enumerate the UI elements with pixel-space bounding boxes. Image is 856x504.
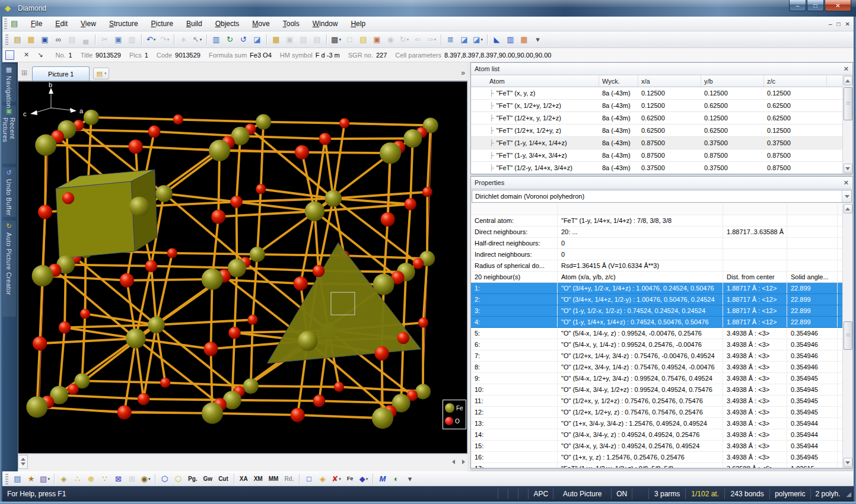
property-row[interactable]: Direct neighbours:20: ...1.88717..3.6358…: [471, 227, 842, 238]
orientation-icon[interactable]: ◈: [316, 473, 329, 486]
scroll-up-button[interactable]: [844, 204, 852, 213]
select-arrow-icon[interactable]: ↖▾: [191, 33, 203, 46]
destroy-icon[interactable]: ✘▾: [330, 473, 342, 486]
scroll-down-button[interactable]: [844, 164, 852, 173]
neighbour-row[interactable]: 5:"O" (5/4-x, 1/4-y, z) : 0.99524, -0.00…: [471, 328, 842, 339]
scroll-down-button[interactable]: [844, 458, 852, 467]
neighbour-row[interactable]: 9:"O" (5/4-x, 1/2+y, 3/4-z) : 0.99524, 0…: [471, 373, 842, 384]
neighbour-row[interactable]: 14:"O" (3/4-x, 3/4-y, z) : 0.49524, 0.49…: [471, 429, 842, 441]
add-atom-icon[interactable]: ⊕: [85, 473, 97, 486]
title-bar[interactable]: ◆ Diamond –□✕: [0, 0, 856, 17]
mm-button[interactable]: MM: [266, 473, 281, 486]
tab-picture-1[interactable]: Picture 1: [32, 66, 90, 81]
neighbour-row[interactable]: 8:"O" (1/2+x, 3/4-y, 1/4-z) : 0.75476, 0…: [471, 362, 842, 373]
property-row[interactable]: Indirect neighbours:0: [471, 249, 842, 260]
property-type-dropdown[interactable]: Dirichlet domain (Voronoi polyhedron): [472, 190, 852, 203]
distances-table-icon[interactable]: ▦: [270, 33, 282, 46]
maximize-button[interactable]: □: [807, 0, 824, 11]
col-atom[interactable]: Atom: [486, 75, 599, 87]
collapse-icon[interactable]: ↘: [37, 51, 43, 59]
pack-range-icon[interactable]: ◆▾: [357, 473, 370, 486]
neighbour-row[interactable]: 10:"O" (5/4-x, 3/4-y, 1/2+z) : 0.99524, …: [471, 384, 842, 395]
assistant-icon[interactable]: ★: [25, 473, 37, 486]
spin-up-icon[interactable]: [21, 458, 26, 461]
blank-swatch-icon[interactable]: □: [343, 33, 356, 46]
find-icon[interactable]: ∞: [52, 33, 65, 46]
atom-row[interactable]: ├"FeT" (1/2+x, y, 1/2+z)8a (-43m)0.62500…: [471, 112, 842, 125]
atom-row[interactable]: ├"FeT" (x, y, z)8a (-43m)0.125000.125000…: [471, 87, 842, 100]
menu-objects[interactable]: Objects: [209, 18, 246, 30]
build-molecule-icon[interactable]: ◈: [58, 473, 70, 486]
pg-button[interactable]: Pg.: [186, 473, 200, 486]
atom-row[interactable]: ├"FeT" (1/2+x, 1/2+y, z)8a (-43m)0.62500…: [471, 125, 842, 137]
close-icon[interactable]: ✕: [844, 65, 849, 73]
minimize-button[interactable]: –: [789, 0, 806, 11]
report-lines-icon[interactable]: ≣: [444, 33, 457, 46]
close-icon[interactable]: ✕: [844, 179, 849, 187]
sidebar-tab-recent-pictures[interactable]: ▣Recent Pictures: [2, 106, 16, 164]
col-xa[interactable]: x/a: [638, 75, 701, 87]
tab-overflow-icon[interactable]: »: [461, 69, 465, 77]
neighbour-row[interactable]: 11:"O" (1/2+x, y, 1/2+z) : 0.75476, 0.25…: [471, 395, 842, 407]
col-yb[interactable]: y/b: [701, 75, 764, 87]
atom-row[interactable]: ├"FeT" (1-y, 3/4+x, 3/4+z)8a (-43m)0.875…: [471, 149, 842, 162]
atom-row[interactable]: ├"FeT" (1/2-y, 1/4+x, 3/4+z)8a (-43m)0.3…: [471, 162, 842, 174]
tab-grid-icon[interactable]: ⊞: [21, 69, 27, 77]
toolbar-overflow-icon[interactable]: ▾: [532, 33, 544, 46]
property-row[interactable]: Radius of spherical do...Rsd=1.36415 Å (…: [471, 260, 842, 272]
menu-drag-grip[interactable]: [4, 18, 7, 29]
menu-structure[interactable]: Structure: [103, 18, 144, 30]
fill-cell-icon[interactable]: ⊠: [112, 473, 125, 486]
measure-icon[interactable]: M: [376, 473, 389, 486]
toolbar-drag-grip[interactable]: [5, 474, 8, 484]
menu-help[interactable]: Help: [345, 18, 371, 30]
neighbour-row[interactable]: 6:"O" (5/4-x, y, 1/4-z) : 0.99524, 0.254…: [471, 339, 842, 350]
property-row[interactable]: Central atom:"FeT" (1-y, 1/4+x, 1/4+z) :…: [471, 215, 842, 227]
picture-wizard-icon[interactable]: ▧▾: [39, 473, 51, 486]
neighbour-row[interactable]: 3:"O" (1-y, 1/2-x, 1/2-z) : 0.74524, 0.2…: [471, 305, 842, 317]
properties-scrollbar[interactable]: [842, 203, 852, 468]
toolbar-overflow-icon[interactable]: ▾: [403, 473, 416, 486]
menu-tools[interactable]: Tools: [277, 18, 306, 30]
new-picture-tab-button[interactable]: ▤ ▾: [93, 68, 109, 79]
properties-editor-icon[interactable]: ▤: [11, 473, 24, 486]
add-atoms-icon[interactable]: ∴: [71, 473, 84, 486]
neighbour-row[interactable]: 15:"O" (3/4-x, y, 3/4-z) : 0.49524, 0.25…: [471, 441, 842, 452]
neighbour-row[interactable]: 16:"O" (1+x, y, z) : 1.25476, 0.25476, 0…: [471, 452, 842, 463]
packing-icon[interactable]: ◉▾: [139, 473, 152, 486]
copy-picture-icon[interactable]: ▣: [371, 33, 383, 46]
sidebar-tab-auto-picture-creator[interactable]: ↻Auto Picture Creator: [2, 221, 16, 317]
color-picker-icon[interactable]: ◐: [390, 473, 402, 486]
menu-view[interactable]: View: [75, 18, 102, 30]
data-sheet-icon[interactable]: ▦: [518, 33, 530, 46]
gw-button[interactable]: Gw: [201, 473, 215, 486]
polyhedra-yellow-icon[interactable]: ⬡: [172, 473, 184, 486]
menu-picture[interactable]: Picture: [145, 18, 179, 30]
atom-row[interactable]: ├"FeT" (1-y, 1/4+x, 1/4+z)8a (-43m)0.875…: [471, 137, 842, 149]
neighbour-row[interactable]: 7:"O" (1/2+x, 1/4-y, 3/4-z) : 0.75476, -…: [471, 350, 842, 362]
atom-row[interactable]: ├"FeT" (x, 1/2+y, 1/2+z)8a (-43m)0.12500…: [471, 100, 842, 112]
sidebar-tab-undo-buffer[interactable]: ↺Undo Buffer: [2, 167, 16, 217]
scroll-thumb[interactable]: [844, 87, 852, 120]
spin-down-icon[interactable]: [21, 462, 26, 465]
new-page-icon[interactable]: ▤: [357, 33, 370, 46]
neighbour-row[interactable]: 12:"O" (1/2+x, 1/2+y, z) : 0.75476, 0.75…: [471, 407, 842, 418]
xa-button[interactable]: XA: [237, 473, 250, 486]
menu-edit[interactable]: Edit: [49, 18, 74, 30]
open-file-icon[interactable]: ▦: [25, 33, 37, 46]
scroll-left-icon[interactable]: [452, 460, 455, 464]
structure-viewport[interactable]: b a c Fe O: [18, 81, 467, 454]
combo-arrow-icon[interactable]: [842, 190, 851, 202]
split-view-icon[interactable]: ◪: [251, 33, 263, 46]
close-button[interactable]: ✕: [825, 0, 851, 11]
neighbour-row[interactable]: 2:"O" (3/4+x, 1/4+z, 1/2-y) : 1.00476, 0…: [471, 294, 842, 305]
menu-move[interactable]: Move: [246, 18, 275, 30]
grid-view-icon[interactable]: ▩▾: [330, 33, 342, 46]
fe-atom-icon[interactable]: Fe: [343, 473, 356, 486]
update-picture-icon[interactable]: ↻: [224, 33, 236, 46]
menu-build[interactable]: Build: [180, 18, 208, 30]
undo-icon[interactable]: ↶▾: [145, 33, 157, 46]
scroll-up-button[interactable]: [844, 76, 852, 85]
save-icon[interactable]: ▣: [39, 33, 51, 46]
menu-window[interactable]: Window: [307, 18, 344, 30]
